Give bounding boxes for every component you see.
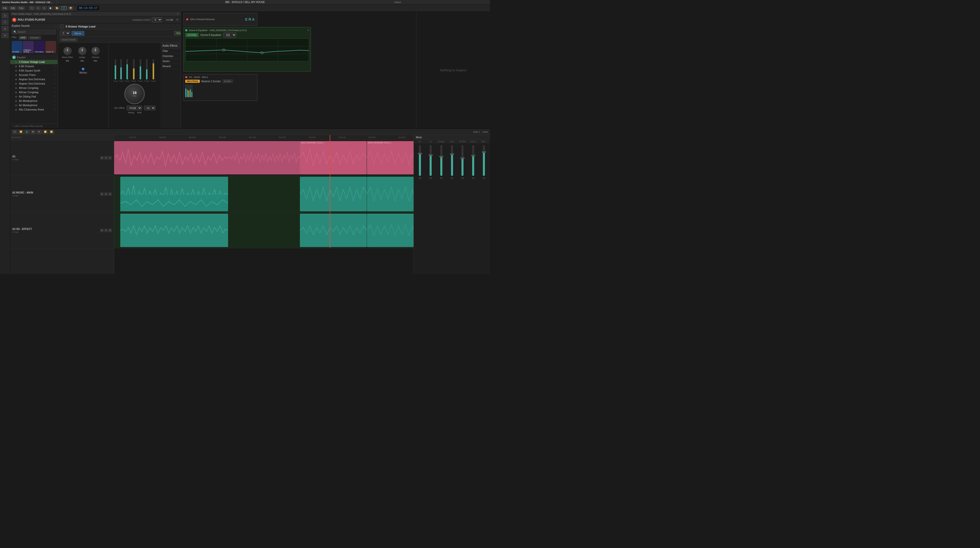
- fader-track-2[interactable]: [120, 59, 122, 79]
- track-a1-record[interactable]: R: [108, 156, 112, 160]
- fader-handle-dial[interactable]: [439, 156, 443, 157]
- prev-btn[interactable]: ⏪: [18, 130, 24, 134]
- fader-handle-music[interactable]: [450, 153, 454, 155]
- sound-item-acoustic[interactable]: Acoustic Piano ♡: [10, 73, 57, 77]
- fader-track-1[interactable]: [115, 59, 116, 79]
- fader-track-a4[interactable]: [472, 145, 474, 176]
- sound-item-air-glide[interactable]: Air Gliding Pad ♡: [10, 94, 57, 99]
- heart-7[interactable]: ♡: [54, 87, 56, 89]
- heart-10[interactable]: ♡: [54, 100, 56, 102]
- heart-12[interactable]: ♡: [54, 108, 56, 111]
- clip-a1-3a[interactable]: A003_06162055_C013_1: [300, 141, 367, 175]
- preset-thumb-3[interactable]: Cinematica: [34, 41, 45, 53]
- fader-track-7[interactable]: [153, 59, 154, 79]
- reso-filter-knob[interactable]: [64, 47, 72, 55]
- fader-handle-a2[interactable]: [429, 154, 433, 156]
- fader-handle-a4[interactable]: [471, 155, 475, 156]
- next-btn[interactable]: ⏩: [49, 130, 54, 134]
- clip-a1-1[interactable]: [114, 141, 228, 175]
- track-a2-record[interactable]: R: [108, 192, 112, 196]
- track-a1-mute[interactable]: M: [100, 156, 104, 160]
- fader-track-a2[interactable]: [430, 145, 432, 176]
- fader-handle-main[interactable]: [482, 151, 486, 153]
- clip-a3-2a[interactable]: [300, 214, 367, 247]
- sound-item-vintage-lead[interactable]: 3 Octave Vintage Lead ♡: [10, 60, 57, 64]
- skip-start-btn[interactable]: ⏮: [12, 130, 18, 134]
- heart-3[interactable]: ♡: [54, 70, 56, 72]
- ozone-preset-select[interactable]: EQ: [223, 33, 236, 37]
- fader-track-4[interactable]: [133, 59, 135, 79]
- sidebar-icon-3[interactable]: 🎚: [2, 26, 9, 32]
- file-menu[interactable]: File: [2, 6, 8, 10]
- sound-item-aegean1[interactable]: Aegean Sea Dulcimara ♡: [10, 77, 57, 81]
- delay-knob[interactable]: [78, 47, 86, 55]
- filter-quick-add[interactable]: + Add or remove filters quickly: [10, 124, 57, 128]
- fader-handle-a1[interactable]: [418, 153, 422, 154]
- search-input[interactable]: [18, 30, 54, 33]
- heart-1[interactable]: ♡: [54, 61, 56, 64]
- fairlight-btn[interactable]: 🎵: [61, 6, 67, 10]
- track-a3-mute[interactable]: M: [100, 229, 104, 232]
- edit-btn[interactable]: ✏: [42, 6, 47, 10]
- heart-4[interactable]: ♡: [54, 74, 56, 76]
- search-box[interactable]: 🔍: [12, 30, 56, 34]
- chorus-knob[interactable]: [91, 47, 100, 55]
- heart-2[interactable]: ♡: [54, 65, 56, 68]
- clip-a3-1[interactable]: [120, 214, 228, 247]
- sound-item-air-metal2[interactable]: Air Metalophone ♡: [10, 103, 57, 108]
- filter-ape-btn[interactable]: APE: [19, 36, 27, 40]
- straight-select[interactable]: Straight: [127, 106, 142, 110]
- heart-9[interactable]: ♡: [54, 95, 56, 98]
- menu-app[interactable]: DaVinci Resolve Studio - 085 - SHOULD I …: [2, 1, 53, 3]
- preset-thumb-4[interactable]: Colour Hi: [45, 41, 56, 53]
- reverb-effect[interactable]: Reverb Intrinsic Hold: [161, 64, 181, 69]
- distortion-effect[interactable]: Distortion Soft Hold: [161, 54, 181, 59]
- clip-a1-2[interactable]: [228, 141, 300, 175]
- track-a2-solo[interactable]: S: [104, 192, 108, 196]
- heart-6[interactable]: ♡: [54, 83, 56, 85]
- arp-title[interactable]: Multi-Layer Arpeggiator: [174, 31, 181, 35]
- fader-track-main[interactable]: [483, 145, 485, 176]
- heart-8[interactable]: ♡: [54, 91, 56, 94]
- sound-item-aegean2[interactable]: Aegean Sea Dulcimara ♡: [10, 81, 57, 86]
- stop-btn[interactable]: ⏹: [30, 130, 36, 134]
- sidebar-icon-1[interactable]: ⬛: [2, 13, 9, 18]
- fusion-btn[interactable]: ⬢: [48, 6, 53, 10]
- exciter-btn[interactable]: Exciter: [223, 79, 233, 83]
- filter-standard-btn[interactable]: Standard: [28, 36, 41, 40]
- preset-thumb-2[interactable]: Chillwave Drifting: [23, 41, 33, 53]
- track-a1-solo[interactable]: S: [104, 156, 108, 160]
- roli-settings-icon[interactable]: ⚙: [176, 18, 179, 21]
- clip-a2-2a[interactable]: [300, 177, 367, 211]
- roli-panel-close[interactable]: ✕: [177, 13, 179, 15]
- sound-item-african2[interactable]: African Congelag ♡: [10, 90, 57, 94]
- sound-item-air-metal1[interactable]: Air Metalophone ♡: [10, 99, 57, 103]
- deliver-btn[interactable]: 📦: [68, 6, 74, 10]
- fader-track-sd[interactable]: [461, 145, 463, 176]
- fader-track-dial[interactable]: [440, 145, 442, 176]
- heart-11[interactable]: ♡: [54, 104, 56, 107]
- series-effect[interactable]: Series Fragments Hold: [161, 59, 181, 64]
- clip-a2-sub1[interactable]: [120, 195, 228, 211]
- smart-chords-btn[interactable]: Smart Chords: [60, 38, 78, 41]
- hardware-control-select[interactable]: 0: [152, 17, 162, 22]
- up-select[interactable]: Up: [144, 106, 156, 110]
- media-btn[interactable]: ⬛: [29, 6, 35, 10]
- clip-a2-2b[interactable]: [367, 177, 414, 211]
- sound-item-8bit-sq[interactable]: 8-Bit Square Synth ♡: [10, 68, 57, 73]
- sidebar-icon-2[interactable]: 🎵: [2, 19, 9, 25]
- cut-btn[interactable]: ✂: [36, 6, 41, 10]
- track-a3-solo[interactable]: S: [104, 229, 108, 232]
- clip-a1-3b[interactable]: A003_06162055_C013_2: [367, 141, 414, 175]
- fader-track-6[interactable]: [146, 59, 148, 79]
- record-btn[interactable]: ⏺: [37, 130, 42, 134]
- trim-menu[interactable]: Trim: [18, 6, 25, 10]
- filter-effect[interactable]: Filter Low and High Hold: [161, 49, 181, 54]
- sound-item-alto[interactable]: Alto Chalumeau Reed ♡: [10, 108, 57, 112]
- fader-track-a1[interactable]: [419, 145, 421, 176]
- edit-menu[interactable]: Edit: [10, 6, 17, 10]
- sound-item-african1[interactable]: African Congelag ♡: [10, 86, 57, 90]
- fader-track-5[interactable]: [140, 59, 141, 79]
- fader-handle-sd[interactable]: [460, 157, 465, 159]
- sidebar-icon-4[interactable]: ⚙: [2, 33, 9, 38]
